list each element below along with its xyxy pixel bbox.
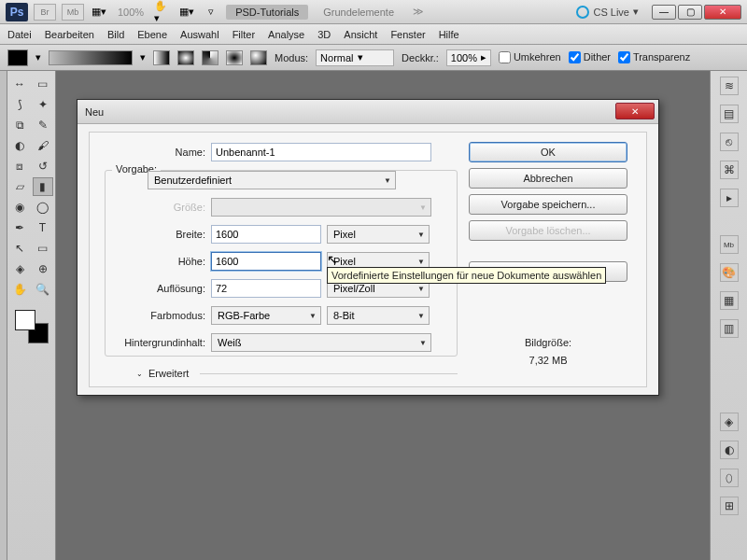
dialog-titlebar[interactable]: Neu ✕ <box>78 100 658 124</box>
dialog-close-button[interactable]: ✕ <box>615 103 655 119</box>
mb-panel-icon[interactable]: Mb <box>720 235 739 254</box>
collapse-handle[interactable] <box>0 71 7 560</box>
zoom-level[interactable]: 100% <box>118 7 144 18</box>
delete-preset-button: Vorgabe löschen... <box>469 220 627 241</box>
path-select-tool-icon[interactable]: ↖ <box>9 239 30 258</box>
linear-gradient-icon[interactable] <box>153 50 170 65</box>
brush-tool-icon[interactable]: 🖌 <box>33 136 53 155</box>
minimize-button[interactable]: — <box>652 5 676 20</box>
background-label: Hintergrundinhalt: <box>105 337 211 348</box>
dialog-title: Neu <box>85 106 104 118</box>
workspace-tab-active[interactable]: PSD-Tutorials <box>226 5 308 20</box>
gradient-preview[interactable] <box>49 50 133 65</box>
menu-fenster[interactable]: Fenster <box>390 29 425 40</box>
height-label: Höhe: <box>105 256 211 267</box>
background-select[interactable]: Weiß▼ <box>211 333 431 352</box>
extras-icon[interactable]: ▿ <box>202 4 220 21</box>
cs-live-button[interactable]: CS Live ▾ <box>576 6 639 19</box>
blur-tool-icon[interactable]: ◉ <box>9 198 30 217</box>
healing-brush-tool-icon[interactable]: ◐ <box>9 136 30 155</box>
type-tool-icon[interactable]: T <box>33 218 53 237</box>
menu-3d[interactable]: 3D <box>317 29 331 40</box>
color-panel-icon[interactable]: 🎨 <box>720 263 739 282</box>
crop-tool-icon[interactable]: ⧉ <box>9 116 30 134</box>
gradient-tool-icon[interactable]: ▮ <box>33 177 53 196</box>
transparency-checkbox[interactable]: Transparenz <box>618 51 690 64</box>
opacity-label: Deckkr.: <box>402 52 439 63</box>
radial-gradient-icon[interactable] <box>177 50 194 65</box>
maximize-button[interactable]: ▢ <box>678 5 702 20</box>
move-tool-icon[interactable]: ↔ <box>9 75 30 93</box>
arrange-docs-icon[interactable]: ▦▾ <box>177 4 196 21</box>
zoom-tool-icon[interactable]: 🔍 <box>33 280 53 299</box>
reverse-checkbox[interactable]: Umkehren <box>499 51 561 64</box>
magic-wand-tool-icon[interactable]: ✦ <box>33 95 53 114</box>
layers-panel-icon[interactable]: ◈ <box>720 413 739 431</box>
width-field[interactable] <box>211 225 321 244</box>
screen-mode-icon[interactable]: ▦▾ <box>90 4 108 21</box>
actions-panel-icon[interactable]: ▤ <box>720 105 739 123</box>
hand-icon[interactable]: ✋▾ <box>153 4 172 21</box>
app-titlebar: Ps Br Mb ▦▾ 100% ✋▾ ▦▾ ▿ PSD-Tutorials G… <box>0 0 747 24</box>
menu-bild[interactable]: Bild <box>107 29 124 40</box>
menu-datei[interactable]: Datei <box>7 29 32 40</box>
minibridge-button[interactable]: Mb <box>62 4 84 21</box>
menu-analyse[interactable]: Analyse <box>268 29 304 40</box>
reflected-gradient-icon[interactable] <box>226 50 243 65</box>
dodge-tool-icon[interactable]: ◯ <box>33 198 53 217</box>
colormode-label: Farbmodus: <box>105 310 211 321</box>
brushes-panel-icon[interactable]: ⎋ <box>720 133 739 151</box>
cancel-button[interactable]: Abbrechen <box>469 168 627 189</box>
chevron-right-icon[interactable]: ≫ <box>413 6 424 18</box>
menu-filter[interactable]: Filter <box>233 29 255 40</box>
workspace-tab[interactable]: Grundelemente <box>314 5 403 20</box>
tool-preset-icon[interactable] <box>7 49 28 66</box>
colormode-select[interactable]: RGB-Farbe▼ <box>211 306 321 325</box>
save-preset-button[interactable]: Vorgabe speichern... <box>469 194 627 215</box>
pen-tool-icon[interactable]: ✒ <box>9 218 30 237</box>
adjustments-panel-icon[interactable]: ⊞ <box>720 497 739 515</box>
angle-gradient-icon[interactable] <box>202 50 218 65</box>
styles-panel-icon[interactable]: ▥ <box>720 319 739 338</box>
eraser-tool-icon[interactable]: ▱ <box>9 177 30 196</box>
diamond-gradient-icon[interactable] <box>250 50 267 65</box>
close-button[interactable]: ✕ <box>704 5 741 20</box>
height-field[interactable] <box>211 252 321 271</box>
foreground-color[interactable] <box>15 310 35 330</box>
ok-button[interactable]: OK <box>469 142 627 162</box>
clone-panel-icon[interactable]: ⌘ <box>720 161 739 179</box>
3d-tool-icon[interactable]: ◈ <box>9 259 30 278</box>
clone-stamp-tool-icon[interactable]: ⧈ <box>9 157 30 175</box>
lasso-tool-icon[interactable]: ⟆ <box>9 95 30 114</box>
dither-checkbox[interactable]: Dither <box>569 51 611 64</box>
resolution-label: Auflösung: <box>105 283 211 294</box>
size-select: ▼ <box>211 198 431 217</box>
bridge-button[interactable]: Br <box>34 4 56 21</box>
paths-panel-icon[interactable]: ⬯ <box>720 469 739 487</box>
menu-hilfe[interactable]: Hilfe <box>439 29 459 40</box>
menu-ebene[interactable]: Ebene <box>137 29 167 40</box>
preset-select[interactable]: Benutzerdefiniert▼ <box>148 171 396 189</box>
swatches-panel-icon[interactable]: ▦ <box>720 291 739 310</box>
play-panel-icon[interactable]: ▸ <box>720 189 739 207</box>
history-panel-icon[interactable]: ≋ <box>720 77 739 95</box>
hand-tool-icon[interactable]: ✋ <box>9 280 30 299</box>
menu-bearbeiten[interactable]: Bearbeiten <box>45 29 94 40</box>
menu-ansicht[interactable]: Ansicht <box>344 29 377 40</box>
foreground-background-swatch[interactable] <box>15 310 49 343</box>
blend-mode-select[interactable]: Normal▾ <box>316 49 394 66</box>
3d-camera-tool-icon[interactable]: ⊕ <box>33 259 53 278</box>
history-brush-tool-icon[interactable]: ↺ <box>33 157 53 175</box>
width-unit-select[interactable]: Pixel▼ <box>327 225 430 244</box>
menu-auswahl[interactable]: Auswahl <box>180 29 219 40</box>
name-field[interactable] <box>211 143 431 161</box>
resolution-field[interactable] <box>211 279 321 298</box>
advanced-toggle[interactable]: ⌄ Erweitert <box>136 368 458 379</box>
colordepth-select[interactable]: 8-Bit▼ <box>327 306 430 325</box>
shape-tool-icon[interactable]: ▭ <box>33 239 53 258</box>
marquee-tool-icon[interactable]: ▭ <box>33 75 53 93</box>
eyedropper-tool-icon[interactable]: ✎ <box>33 116 53 134</box>
opacity-field[interactable]: 100%▸ <box>446 49 491 66</box>
chevron-down-icon: ⌄ <box>136 370 143 378</box>
channels-panel-icon[interactable]: ◐ <box>720 441 739 459</box>
